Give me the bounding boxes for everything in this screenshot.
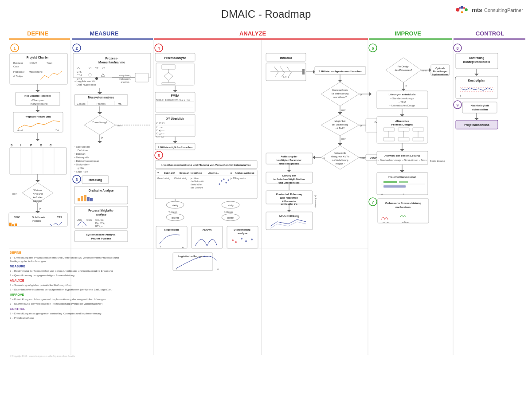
svg-text:CTS: CTS (77, 71, 82, 73)
svg-text:IN/OUT: IN/OUT (29, 62, 37, 64)
svg-text:Einzelnachweis: Einzelnachweis (332, 89, 348, 91)
svg-text:ersetzen: ersetzen (121, 81, 129, 83)
svg-text:Weitere: Weitere (34, 189, 42, 192)
svg-text:Cm, Cp,: Cm, Cp, (95, 219, 105, 221)
svg-text:Systematische Analyse,: Systematische Analyse, (86, 233, 116, 236)
svg-text:• Gage R&R: • Gage R&R (74, 170, 88, 173)
svg-text:──────────────────────────: ────────────────────────── (156, 103, 193, 105)
svg-text:Verbesserte Prozessleistung: Verbesserte Prozessleistung (385, 202, 421, 204)
svg-marker-247 (338, 80, 342, 82)
svg-text:Schlüssel-: Schlüssel- (32, 216, 45, 219)
svg-text:X1  X2  X3: X1 X2 X3 (156, 122, 165, 125)
svg-marker-271 (338, 143, 342, 145)
svg-text:2: 2 (75, 46, 78, 51)
svg-text:& Ziel(e): & Ziel(e) (13, 75, 23, 78)
svg-marker-283 (313, 156, 315, 159)
svg-text:Prozess-Designs: Prozess-Designs (391, 123, 413, 126)
svg-text:verbessern,: verbessern, (119, 78, 131, 80)
svg-text:Anforde-: Anforde- (33, 196, 42, 199)
svg-rect-69 (15, 223, 17, 226)
svg-text:Team: Team (47, 62, 53, 64)
svg-text:Gewicht: Gewicht (157, 177, 166, 180)
svg-marker-103 (98, 112, 102, 114)
svg-rect-126 (81, 196, 83, 201)
svg-text:Projekt Pipeline: Projekt Pipeline (91, 237, 111, 240)
svg-text:Konst. FF  B  Ursache  VM  A  : Konst. FF B Ursache VM A EM E RPZ (156, 99, 190, 101)
svg-text:diskret: diskret (227, 216, 235, 219)
svg-text:6: 6 (372, 46, 374, 51)
svg-marker-346 (400, 170, 404, 173)
svg-text:2. Hitliste: nachgewiesener Ur: 2. Hitliste: nachgewiesener Ursachen (318, 70, 362, 73)
svg-text:nein: nein (341, 137, 346, 140)
svg-text:4: 4 (157, 46, 160, 51)
svg-rect-331 (398, 128, 409, 131)
svg-text:Net-Benefit-Potential: Net-Benefit-Potential (24, 94, 51, 97)
svg-text:Auswahl der besten Lösung: Auswahl der besten Lösung (384, 154, 420, 157)
svg-text:MS: MS (118, 102, 122, 105)
svg-text:Y   ○   ○   ●: Y ○ ○ ● (156, 126, 163, 129)
svg-text:Problem(e): Problem(e) (13, 71, 25, 73)
svg-rect-350 (383, 181, 397, 183)
svg-text:(sukzessive): (sukzessive) (314, 195, 317, 208)
svg-text:benötigten Parameter: benötigten Parameter (277, 159, 302, 161)
svg-text:9 – Projektabschluss: 9 – Projektabschluss (10, 317, 34, 319)
svg-text:Y1: Y1 (89, 67, 92, 70)
svg-text:USG: USG (77, 219, 82, 221)
svg-text:MEASURE: MEASURE (10, 265, 25, 268)
svg-text:Analyse-werkzeug: Analyse-werkzeug (235, 172, 254, 174)
svg-text:-Finanzabteilung: -Finanzabteilung (28, 102, 47, 105)
svg-text:Momentaufnahme: Momentaufnahme (98, 61, 125, 64)
svg-text:nein: nein (341, 109, 346, 111)
svg-point-223 (241, 238, 243, 239)
svg-point-222 (235, 241, 237, 243)
svg-text:CONTROL: CONTROL (10, 307, 25, 310)
svg-text:Daten-art: Daten-art (180, 172, 189, 174)
svg-text:Definition: Definition (78, 149, 88, 152)
svg-text:– Langliste von Xi's: – Langliste von Xi's (74, 80, 95, 82)
svg-text:die Viskosität: die Viskosität (191, 180, 204, 183)
svg-point-196 (221, 180, 223, 182)
svg-text:nein: nein (12, 192, 17, 195)
svg-text:Y1  ◐   ○   ○: Y1 ◐ ○ ○ (156, 129, 164, 132)
svg-text:• Stichproben-: • Stichproben- (74, 163, 90, 166)
svg-text:X: X (217, 267, 219, 270)
svg-text:S: S (11, 144, 13, 147)
svg-rect-128 (87, 197, 90, 201)
svg-text:OSG: OSG (86, 219, 92, 221)
svg-rect-234 (302, 69, 305, 74)
svg-text:ANALYZE: ANALYZE (10, 279, 24, 282)
svg-text:– Standardwerkzeuge – Simulati: – Standardwerkzeuge – Simulationen – Tes… (378, 159, 427, 161)
svg-text:DEFINE: DEFINE (10, 251, 21, 254)
svg-text:3: 3 (75, 177, 78, 182)
svg-rect-378 (462, 102, 497, 113)
svg-text:Auflistung der: Auflistung der (281, 155, 297, 158)
svg-text:Fortlaufende: Fortlaufende (334, 152, 346, 154)
phase-analyze-label: ANALYZE (239, 30, 266, 37)
svg-text:XY Überblick: XY Überblick (166, 117, 184, 120)
page: DMAIC - Roadmap mts ConsultingPartner DE… (0, 0, 532, 396)
svg-text:nein: nein (360, 157, 365, 159)
svg-text:Projektkennzahl (en): Projektkennzahl (en) (25, 115, 51, 118)
svg-text:• Datenart: • Datenart (74, 153, 86, 155)
svg-text:ja: ja (322, 157, 325, 159)
svg-text:──────────────────────────: ────────────────────────── (156, 106, 193, 108)
svg-text:rungen?: rungen? (33, 200, 42, 202)
phase-measure-label: MEASURE (90, 30, 118, 37)
phase-improve-label: IMPROVE (395, 30, 421, 37)
svg-rect-129 (90, 198, 93, 201)
page-title: DMAIC - Roadmap (221, 8, 311, 20)
svg-rect-330 (383, 128, 395, 131)
svg-text:– Standardwerkzeuge: – Standardwerkzeuge (390, 97, 414, 100)
svg-text:nein: nein (422, 69, 426, 72)
svg-point-198 (226, 182, 227, 184)
svg-point-4 (459, 7, 461, 9)
svg-text:Beste Lösung: Beste Lösung (430, 160, 445, 162)
svg-text:ja: ja (39, 207, 41, 210)
svg-text:CT-A: CT-A (77, 74, 82, 77)
svg-text:diskret: diskret (172, 216, 179, 219)
svg-text:Prozess-: Prozess- (105, 57, 118, 60)
logo-area: mts ConsultingPartner (455, 4, 523, 15)
svg-text:ANOVA: ANOVA (202, 228, 212, 231)
svg-text:9: 9 (456, 103, 458, 107)
svg-text:stetig: stetig (165, 177, 170, 180)
